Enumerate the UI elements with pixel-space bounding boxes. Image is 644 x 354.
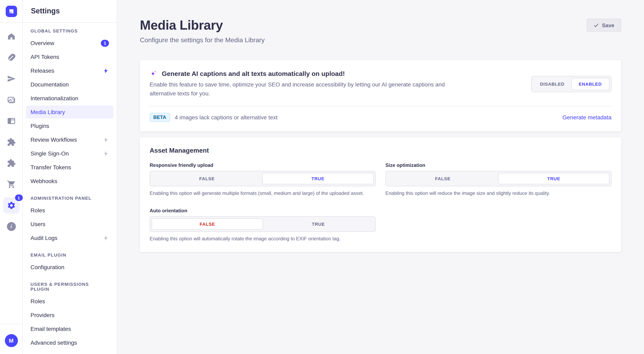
puzzle-icon[interactable] bbox=[5, 136, 18, 149]
asset-management-title: Asset Management bbox=[150, 147, 612, 155]
page-subtitle: Configure the settings for the Media Lib… bbox=[140, 36, 265, 44]
ai-toggle-enabled[interactable]: ENABLED bbox=[571, 78, 610, 90]
missing-captions-status: 4 images lack captions or alternative te… bbox=[175, 114, 278, 121]
sidebar-item-advanced-settings[interactable]: Advanced settings bbox=[26, 336, 114, 349]
sidebar-item-roles-admin[interactable]: Roles bbox=[26, 204, 114, 217]
auto-orientation-false[interactable]: FALSE bbox=[152, 218, 263, 230]
responsive-upload-true[interactable]: TRUE bbox=[262, 173, 374, 184]
lightning-icon bbox=[103, 235, 109, 241]
page-title: Media Library bbox=[140, 18, 265, 33]
field-hint: Enabling this option will generate multi… bbox=[150, 190, 376, 197]
auto-orientation-true[interactable]: TRUE bbox=[263, 218, 374, 230]
section-label: EMAIL PLUGIN bbox=[26, 252, 114, 257]
strapi-logo-icon bbox=[8, 8, 14, 14]
overview-badge: 1 bbox=[101, 40, 109, 46]
sidebar-item-media-library[interactable]: Media Library bbox=[26, 106, 114, 119]
rail-bottom: M bbox=[0, 324, 22, 354]
sidebar-nav: GLOBAL SETTINGS Overview 1 API Tokens Re… bbox=[23, 23, 117, 354]
sparkle-icon bbox=[150, 70, 158, 78]
field-label: Responsive friendly upload bbox=[150, 163, 376, 168]
sidebar-item-webhooks[interactable]: Webhooks bbox=[26, 175, 114, 187]
responsive-upload-false[interactable]: FALSE bbox=[152, 173, 262, 184]
sidebar-title: Settings bbox=[31, 7, 60, 15]
sidebar-item-review-workflows[interactable]: Review Workflows bbox=[26, 133, 114, 146]
section-label: GLOBAL SETTINGS bbox=[26, 28, 114, 33]
settings-sidebar: Settings GLOBAL SETTINGS Overview 1 API … bbox=[23, 0, 117, 354]
rail-nav: 1 i bbox=[3, 30, 19, 241]
sidebar-item-api-tokens[interactable]: API Tokens bbox=[26, 50, 114, 63]
beta-badge: BETA bbox=[150, 113, 170, 122]
generate-metadata-link[interactable]: Generate metadata bbox=[562, 114, 612, 121]
settings-gear-icon[interactable]: 1 bbox=[3, 197, 19, 213]
lightning-icon bbox=[103, 137, 109, 143]
ai-captions-card: Generate AI captions and alt texts autom… bbox=[140, 60, 621, 132]
field-label: Auto orientation bbox=[150, 208, 376, 213]
field-hint: Enabling this option will automatically … bbox=[150, 235, 376, 243]
sidebar-item-plugins[interactable]: Plugins bbox=[26, 119, 114, 132]
ai-banner-title: Generate AI captions and alt texts autom… bbox=[162, 70, 345, 78]
lightning-icon bbox=[103, 150, 109, 157]
sidebar-item-roles-up[interactable]: Roles bbox=[26, 295, 114, 308]
rail-divider bbox=[0, 324, 22, 324]
section-global-settings: GLOBAL SETTINGS Overview 1 API Tokens Re… bbox=[26, 28, 114, 187]
section-users-permissions-plugin: USERS & PERMISSIONS PLUGIN Roles Provide… bbox=[26, 282, 114, 349]
card-divider bbox=[150, 106, 612, 107]
info-icon[interactable]: i bbox=[5, 220, 18, 233]
size-optimization-true[interactable]: TRUE bbox=[498, 173, 610, 184]
paper-plane-icon[interactable] bbox=[5, 72, 18, 85]
ai-banner-description: Enable this feature to save time, optimi… bbox=[150, 80, 450, 98]
home-icon[interactable] bbox=[5, 30, 18, 43]
section-email-plugin: EMAIL PLUGIN Configuration bbox=[26, 252, 114, 274]
main-content: Media Library Configure the settings for… bbox=[117, 0, 644, 354]
avatar[interactable]: M bbox=[5, 334, 18, 347]
feather-icon[interactable] bbox=[5, 51, 18, 64]
images-icon[interactable] bbox=[5, 93, 18, 106]
field-hint: Enabling this option will reduce the ima… bbox=[386, 190, 612, 197]
sidebar-item-documentation[interactable]: Documentation bbox=[26, 78, 114, 91]
lightning-icon bbox=[103, 68, 109, 74]
check-icon bbox=[594, 22, 599, 28]
strapi-logo[interactable] bbox=[6, 5, 17, 17]
app-window: 1 i M Settings GLOBAL SETTINGS Overview … bbox=[0, 0, 644, 354]
field-responsive-friendly-upload: Responsive friendly upload FALSE TRUE En… bbox=[150, 163, 376, 197]
puzzle-icon-2[interactable] bbox=[5, 157, 18, 170]
section-label: ADMINISTRATION PANEL bbox=[26, 196, 114, 200]
auto-orientation-toggle: FALSE TRUE bbox=[150, 216, 376, 232]
rail-header bbox=[0, 0, 22, 23]
field-auto-orientation: Auto orientation FALSE TRUE Enabling thi… bbox=[150, 208, 376, 243]
page-header: Media Library Configure the settings for… bbox=[140, 18, 621, 44]
ai-enabled-toggle: DISABLED ENABLED bbox=[532, 76, 612, 92]
sidebar-item-configuration[interactable]: Configuration bbox=[26, 261, 114, 274]
sidebar-item-transfer-tokens[interactable]: Transfer Tokens bbox=[26, 161, 114, 174]
sidebar-item-internationalization[interactable]: Internationalization bbox=[26, 92, 114, 105]
settings-badge: 1 bbox=[15, 194, 22, 201]
asset-management-card: Asset Management Responsive friendly upl… bbox=[140, 137, 621, 252]
ai-toggle-disabled[interactable]: DISABLED bbox=[534, 78, 571, 90]
size-optimization-toggle: FALSE TRUE bbox=[386, 171, 612, 186]
layout-icon[interactable] bbox=[5, 115, 18, 128]
sidebar-item-email-templates[interactable]: Email templates bbox=[26, 322, 114, 335]
sidebar-header: Settings bbox=[23, 0, 117, 23]
sidebar-item-audit-logs[interactable]: Audit Logs bbox=[26, 231, 114, 244]
save-button[interactable]: Save bbox=[586, 19, 621, 32]
section-administration-panel: ADMINISTRATION PANEL Roles Users Audit L… bbox=[26, 196, 114, 244]
field-label: Size optimization bbox=[386, 163, 612, 168]
sidebar-item-overview[interactable]: Overview 1 bbox=[26, 36, 114, 49]
sidebar-item-single-sign-on[interactable]: Single Sign-On bbox=[26, 147, 114, 160]
field-size-optimization: Size optimization FALSE TRUE Enabling th… bbox=[386, 163, 612, 197]
sidebar-item-releases[interactable]: Releases bbox=[26, 64, 114, 77]
app-rail: 1 i M bbox=[0, 0, 23, 354]
sidebar-item-users[interactable]: Users bbox=[26, 218, 114, 231]
responsive-upload-toggle: FALSE TRUE bbox=[150, 171, 376, 186]
size-optimization-false[interactable]: FALSE bbox=[388, 173, 498, 184]
sidebar-item-providers[interactable]: Providers bbox=[26, 309, 114, 322]
cart-icon[interactable] bbox=[5, 178, 18, 191]
section-label: USERS & PERMISSIONS PLUGIN bbox=[26, 282, 114, 292]
